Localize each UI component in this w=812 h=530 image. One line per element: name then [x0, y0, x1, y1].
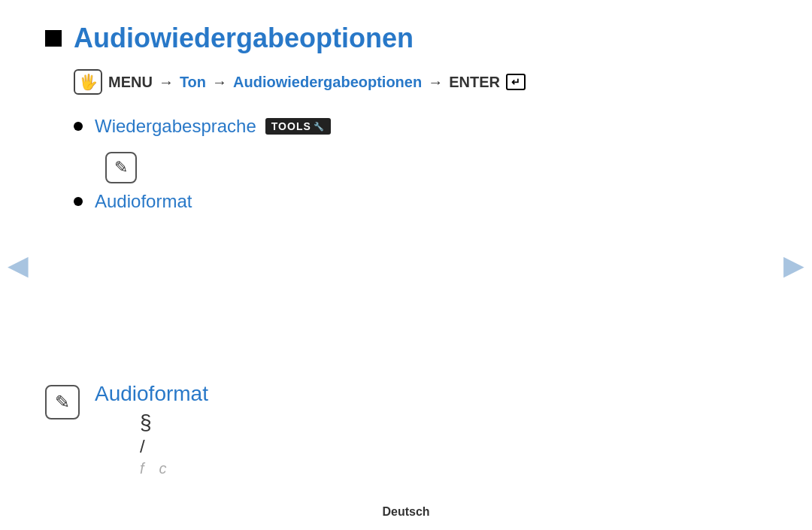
title-icon [45, 30, 62, 47]
breadcrumb-menu-label: MENU [108, 74, 153, 91]
breadcrumb-enter-label: ENTER [449, 74, 500, 91]
nav-arrow-right[interactable]: ▶ [783, 250, 804, 281]
audioformat-title: Audioformat [95, 382, 767, 406]
audioformat-edit-icon: ✎ [45, 385, 80, 419]
tools-badge-label: TOOLS [271, 120, 311, 132]
nav-arrow-left[interactable]: ◀ [8, 250, 29, 281]
list-item-1: Wiedergabesprache TOOLS 🔧 [74, 116, 767, 137]
breadcrumb-arrow-2: → [212, 74, 227, 91]
tools-icon: 🔧 [314, 122, 325, 132]
symbol-c: c [159, 460, 167, 477]
title-section: Audiowiedergabeoptionen [45, 23, 767, 54]
bullet-dot-1 [74, 122, 83, 131]
edit-icon: ✎ [105, 152, 137, 183]
audioformat-section: ✎ Audioformat § / f c [45, 382, 767, 477]
item-label-1: Wiedergabesprache [95, 116, 256, 137]
audioformat-symbols: § / f c [140, 410, 767, 477]
symbol-row: f c [140, 460, 167, 477]
symbol-slash: / [140, 436, 145, 457]
menu-icon: 🖐 [74, 69, 102, 95]
tools-badge: TOOLS 🔧 [265, 118, 331, 135]
breadcrumb-ton: Ton [180, 74, 206, 91]
edit-icon-container: ✎ [105, 152, 767, 183]
breadcrumb-arrow-3: → [428, 74, 443, 91]
page-title: Audiowiedergabeoptionen [74, 23, 414, 54]
bullet-dot-2 [74, 197, 83, 206]
breadcrumb-arrow-1: → [159, 74, 174, 91]
footer-language: Deutsch [382, 505, 429, 519]
item-label-2: Audioformat [95, 191, 192, 212]
symbol-section: § [140, 410, 152, 435]
breadcrumb: 🖐 MENU → Ton → Audiowiedergabeoptionen →… [74, 69, 767, 95]
list-item-2: Audioformat [74, 191, 767, 212]
bottom-section: ✎ Audioformat § / f c [45, 382, 767, 485]
symbol-f: f [140, 460, 144, 477]
audioformat-content: Audioformat § / f c [95, 382, 767, 477]
enter-icon: ↵ [506, 74, 526, 90]
breadcrumb-section: Audiowiedergabeoptionen [233, 74, 422, 91]
